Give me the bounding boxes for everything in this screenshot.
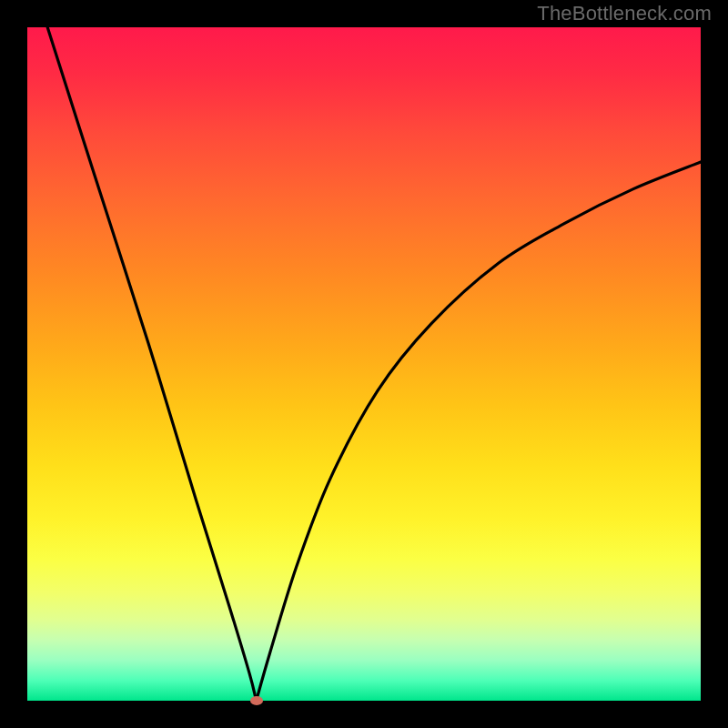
plot-area: [27, 27, 701, 701]
curve-layer: [27, 27, 701, 701]
chart-container: TheBottleneck.com: [0, 0, 728, 728]
left-branch-line: [47, 27, 256, 701]
right-branch-line: [257, 162, 701, 701]
minimum-marker: [250, 696, 263, 705]
watermark-text: TheBottleneck.com: [537, 2, 712, 25]
